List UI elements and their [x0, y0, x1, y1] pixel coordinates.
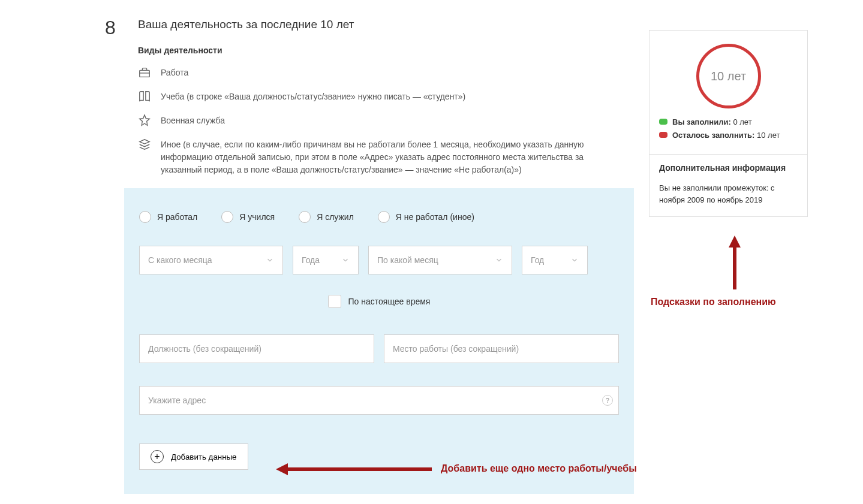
progress-circle: 10 лет [696, 44, 761, 108]
position-place-row: Должность (без сокращений) Место работы … [139, 334, 619, 363]
address-input[interactable]: Укажите адрес [139, 386, 619, 415]
add-button-label: Добавить данные [171, 452, 237, 461]
book-icon [138, 90, 151, 103]
radio-worked-label: Я работал [157, 212, 197, 222]
select-year-from-placeholder: Года [302, 255, 320, 265]
section-subtitle: Виды деятельности [138, 46, 615, 55]
present-checkbox-row: По настоящее время [139, 295, 619, 308]
select-month-from[interactable]: С какого месяца [139, 246, 283, 274]
date-range-row: С какого месяца Года По какой месяц Год [139, 246, 619, 274]
type-work: Работа [138, 66, 615, 79]
plus-circle-icon: + [151, 450, 164, 463]
type-study: Учеба (в строке «Ваша должность/статус/з… [138, 90, 615, 103]
briefcase-icon [138, 66, 151, 79]
radio-circle-icon [139, 211, 151, 223]
help-icon[interactable]: ? [602, 395, 613, 406]
progress-card: 10 лет Вы заполнили: 0 лет Осталось запо… [649, 30, 808, 217]
dot-red-icon [659, 132, 667, 138]
radio-circle-icon [378, 211, 390, 223]
activity-form-panel: Я работал Я учился Я служил Я не работал… [124, 188, 634, 494]
chevron-down-icon [341, 256, 350, 264]
select-year-to-placeholder: Год [531, 255, 544, 265]
section-title: Ваша деятельность за последние 10 лет [138, 18, 615, 31]
step-number: 8 [105, 17, 116, 39]
select-month-to-placeholder: По какой месяц [377, 255, 438, 265]
stat-remain-value: 10 лет [757, 131, 780, 140]
dot-green-icon [659, 119, 667, 125]
annotation-arrow-left [276, 463, 432, 477]
place-placeholder: Место работы (без сокращений) [393, 344, 519, 354]
chevron-down-icon [570, 256, 579, 264]
stat-filled: Вы заполнили: 0 лет [659, 117, 798, 128]
progress-sidebar: 10 лет Вы заполнили: 0 лет Осталось запо… [649, 30, 808, 217]
radio-studied[interactable]: Я учился [221, 211, 275, 223]
select-month-to[interactable]: По какой месяц [368, 246, 512, 274]
radio-none[interactable]: Я не работал (иное) [378, 211, 474, 223]
position-placeholder: Должность (без сокращений) [148, 344, 261, 354]
chevron-down-icon [495, 256, 503, 264]
radio-served-label: Я служил [317, 212, 354, 222]
star-icon [138, 114, 151, 127]
radio-served[interactable]: Я служил [299, 211, 354, 223]
type-other: Иное (в случае, если по каким-либо причи… [138, 138, 615, 176]
stat-remaining: Осталось заполнить: 10 лет [659, 130, 798, 141]
radio-none-label: Я не работал (иное) [396, 212, 474, 222]
type-other-label: Иное (в случае, если по каким-либо причи… [161, 138, 605, 176]
annotation-hints: Подсказки по заполнению [651, 297, 776, 307]
layers-icon [138, 138, 151, 151]
type-work-label: Работа [161, 66, 188, 79]
progress-circle-text: 10 лет [711, 70, 746, 83]
activity-types-list: Работа Учеба (в строке «Ваша должность/с… [138, 66, 615, 176]
info-title: Дополнительная информация [649, 155, 807, 176]
present-checkbox-label: По настоящее время [348, 297, 431, 306]
radio-circle-icon [221, 211, 233, 223]
radio-worked[interactable]: Я работал [139, 211, 197, 223]
type-military: Военная служба [138, 114, 615, 127]
annotation-arrow-up [729, 236, 741, 291]
present-checkbox[interactable] [328, 295, 341, 308]
chevron-down-icon [266, 256, 274, 264]
radio-circle-icon [299, 211, 311, 223]
info-text: Вы не заполнили промежуток: с ноября 200… [649, 176, 807, 216]
annotation-add-more: Добавить еще одно место работы/учебы [441, 463, 637, 474]
svg-rect-0 [140, 70, 150, 77]
address-row: Укажите адрес ? [139, 386, 619, 415]
add-data-button[interactable]: + Добавить данные [139, 443, 248, 470]
stat-filled-value: 0 лет [733, 117, 751, 126]
address-placeholder: Укажите адрес [148, 396, 206, 405]
type-military-label: Военная служба [161, 114, 225, 127]
select-year-from[interactable]: Года [293, 246, 359, 274]
select-month-from-placeholder: С какого месяца [148, 255, 212, 265]
select-year-to[interactable]: Год [522, 246, 588, 274]
radio-studied-label: Я учился [239, 212, 275, 222]
stat-filled-label: Вы заполнили: [672, 117, 731, 126]
position-input[interactable]: Должность (без сокращений) [139, 334, 374, 363]
type-study-label: Учеба (в строке «Ваша должность/статус/з… [161, 90, 465, 103]
place-input[interactable]: Место работы (без сокращений) [384, 334, 619, 363]
activity-radios: Я работал Я учился Я служил Я не работал… [139, 211, 619, 223]
stat-remain-label: Осталось заполнить: [672, 131, 754, 140]
